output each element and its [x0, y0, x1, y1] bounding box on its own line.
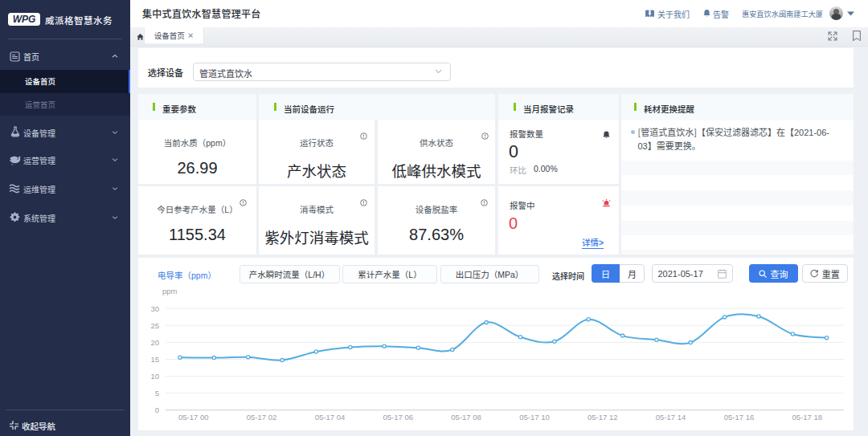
svg-text:ppm: ppm	[162, 287, 178, 295]
svg-text:05-17 08: 05-17 08	[451, 413, 481, 422]
svg-text:05-17 14: 05-17 14	[656, 413, 686, 422]
svg-text:05-17 10: 05-17 10	[519, 413, 550, 422]
svg-text:05-17 06: 05-17 06	[383, 413, 414, 422]
svg-text:05-17 02: 05-17 02	[247, 413, 277, 422]
svg-text:15: 15	[150, 355, 159, 364]
svg-text:25: 25	[150, 321, 159, 330]
svg-text:0: 0	[155, 405, 159, 414]
svg-text:20: 20	[150, 338, 159, 347]
svg-text:05-17 00: 05-17 00	[178, 413, 209, 422]
svg-text:10: 10	[150, 372, 159, 381]
svg-text:5: 5	[155, 389, 159, 397]
svg-text:30: 30	[150, 304, 159, 313]
svg-text:05-17 16: 05-17 16	[724, 413, 755, 422]
svg-text:05-17 04: 05-17 04	[315, 413, 346, 422]
svg-text:05-17 12: 05-17 12	[588, 413, 618, 422]
svg-text:05-17 18: 05-17 18	[792, 413, 823, 422]
